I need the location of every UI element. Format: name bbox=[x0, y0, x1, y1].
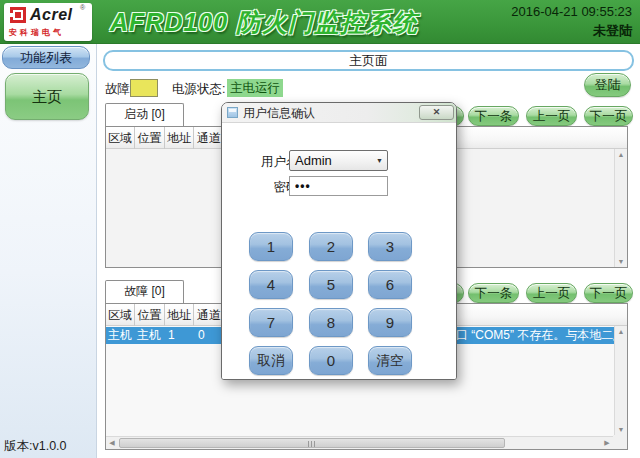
keypad-button-9[interactable]: 9 bbox=[368, 308, 412, 337]
cell-area: 主机 bbox=[108, 327, 132, 344]
column-header-area: 区域 bbox=[106, 304, 135, 326]
close-icon[interactable]: ✕ bbox=[419, 105, 454, 120]
app-title: AFRD100 防火门监控系统 bbox=[110, 6, 418, 39]
tab-fault[interactable]: 故障 [0] bbox=[105, 280, 184, 303]
column-header-address: 地址 bbox=[165, 304, 194, 326]
start-table-vertical-scrollbar[interactable]: ▲ ▼ bbox=[614, 149, 627, 267]
page-title: 主页面 bbox=[103, 50, 634, 71]
next-page-button-top[interactable]: 下一页 bbox=[584, 106, 633, 126]
keypad-button-0[interactable]: 0 bbox=[309, 346, 353, 375]
sidebar-header-function-list[interactable]: 功能列表 bbox=[2, 46, 90, 69]
login-status-text: 未登陆 bbox=[593, 22, 632, 40]
keypad-button-2[interactable]: 2 bbox=[309, 232, 353, 261]
scrollbar-corner bbox=[613, 435, 627, 449]
dialog-window-icon bbox=[227, 107, 238, 118]
column-header-area: 区域 bbox=[106, 127, 135, 149]
sidebar: 功能列表 主页 版本:v1.0.0 bbox=[0, 44, 97, 458]
fault-table-vertical-scrollbar[interactable]: ▲ ▼ bbox=[614, 326, 627, 435]
brand-text: Acrel bbox=[30, 6, 73, 24]
fault-color-swatch bbox=[130, 79, 158, 97]
acrel-logo: Acrel ® 安科瑞电气 bbox=[4, 3, 92, 41]
cell-channel: 0 bbox=[198, 327, 205, 344]
sidebar-item-home[interactable]: 主页 bbox=[5, 73, 89, 120]
tab-start[interactable]: 启动 [0] bbox=[105, 103, 184, 126]
scroll-right-icon[interactable]: ▶ bbox=[601, 437, 613, 449]
column-header-address: 地址 bbox=[165, 127, 194, 149]
cell-message: 串口 “COM5” 不存在。与本地二总 bbox=[444, 327, 614, 344]
password-field[interactable] bbox=[289, 176, 388, 196]
prev-page-button-top[interactable]: 上一页 bbox=[526, 106, 577, 126]
horizontal-scrollbar-thumb[interactable] bbox=[119, 438, 505, 448]
version-text: 版本:v1.0.0 bbox=[4, 438, 67, 455]
user-confirm-dialog: 用户信息确认 ✕ 用户名: Admin ▼ 密码: 1 2 3 4 5 6 7 … bbox=[221, 102, 457, 380]
scroll-down-icon[interactable]: ▼ bbox=[615, 424, 627, 435]
keypad-cancel-button[interactable]: 取消 bbox=[249, 346, 293, 375]
scroll-up-icon[interactable]: ▲ bbox=[615, 149, 627, 160]
login-button[interactable]: 登陆 bbox=[584, 73, 631, 97]
keypad-clear-button[interactable]: 清空 bbox=[368, 346, 412, 375]
scroll-up-icon[interactable]: ▲ bbox=[615, 326, 627, 337]
keypad-button-3[interactable]: 3 bbox=[368, 232, 412, 261]
power-status-badge: 主电运行 bbox=[227, 79, 283, 97]
scroll-left-icon[interactable]: ◀ bbox=[106, 437, 118, 449]
keypad-button-8[interactable]: 8 bbox=[309, 308, 353, 337]
fault-table-horizontal-scrollbar[interactable]: ◀ ▶ bbox=[106, 436, 613, 449]
chevron-down-icon: ▼ bbox=[376, 151, 383, 170]
cell-address: 1 bbox=[168, 327, 175, 344]
app-window: Acrel ® 安科瑞电气 AFRD100 防火门监控系统 2016-04-21… bbox=[0, 0, 640, 458]
username-select[interactable]: Admin ▼ bbox=[289, 150, 388, 171]
column-header-location: 位置 bbox=[135, 304, 165, 326]
next-item-button-bottom[interactable]: 下一条 bbox=[468, 283, 519, 303]
next-page-button-bottom[interactable]: 下一页 bbox=[584, 283, 633, 303]
registered-mark: ® bbox=[80, 4, 85, 11]
brand-subtext: 安科瑞电气 bbox=[9, 27, 64, 38]
power-status-label: 电源状态: bbox=[172, 81, 225, 98]
keypad-button-7[interactable]: 7 bbox=[249, 308, 293, 337]
dialog-titlebar[interactable]: 用户信息确认 ✕ bbox=[222, 103, 456, 123]
scroll-down-icon[interactable]: ▼ bbox=[615, 256, 627, 267]
username-selected-value: Admin bbox=[295, 151, 332, 170]
header-banner: Acrel ® 安科瑞电气 AFRD100 防火门监控系统 2016-04-21… bbox=[0, 0, 640, 44]
acrel-logo-icon bbox=[10, 7, 26, 23]
next-item-button-top[interactable]: 下一条 bbox=[468, 106, 519, 126]
datetime-text: 2016-04-21 09:55:23 bbox=[511, 4, 632, 19]
column-header-location: 位置 bbox=[135, 127, 165, 149]
keypad-button-6[interactable]: 6 bbox=[368, 270, 412, 299]
keypad-button-4[interactable]: 4 bbox=[249, 270, 293, 299]
keypad-button-5[interactable]: 5 bbox=[309, 270, 353, 299]
keypad-button-1[interactable]: 1 bbox=[249, 232, 293, 261]
dialog-title: 用户信息确认 bbox=[243, 103, 315, 123]
prev-page-button-bottom[interactable]: 上一页 bbox=[526, 283, 577, 303]
cell-location: 主机 bbox=[137, 327, 161, 344]
dialog-body: 用户名: Admin ▼ 密码: 1 2 3 4 5 6 7 8 9 取消 0 … bbox=[222, 123, 456, 379]
